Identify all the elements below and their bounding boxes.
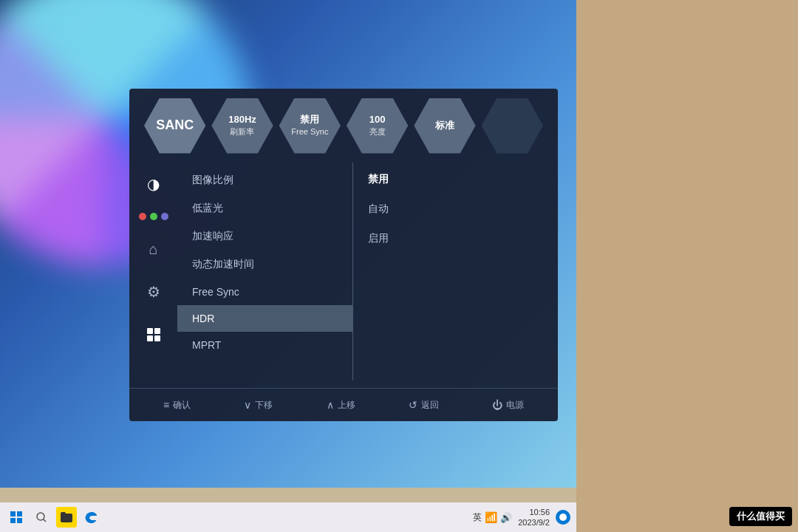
dot-blue xyxy=(161,213,168,220)
sidebar-icon-brightness[interactable]: ◑ xyxy=(140,170,168,198)
sidebar-icon-home[interactable]: ⌂ xyxy=(140,235,168,263)
osd-main-content: ◑ ⌂ ⚙ 图像比例 低蓝光 加速响应 动态加速时间 xyxy=(129,155,558,388)
svg-rect-3 xyxy=(154,335,160,341)
hex-preset[interactable]: 标准 xyxy=(414,98,475,154)
osd-menu-container: SANC 180Hz 刷新率 禁用 Free Sync 100 亮度 标准 ◑ xyxy=(129,89,558,421)
hex-refresh[interactable]: 180Hz 刷新率 xyxy=(211,98,273,154)
btn-down[interactable]: ∨ 下移 xyxy=(244,399,273,412)
hex-freesync-sub: Free Sync xyxy=(291,126,328,137)
sidebar-icon-settings[interactable]: ⚙ xyxy=(140,278,168,306)
svg-rect-0 xyxy=(147,328,153,334)
osd-options-panel: 禁用 自动 启用 xyxy=(353,163,558,381)
down-label: 下移 xyxy=(255,399,273,412)
hex-brand-label: SANC xyxy=(156,117,194,134)
wall-background xyxy=(576,0,798,532)
hex-freesync-label: 禁用 xyxy=(300,114,319,126)
hex-freesync[interactable]: 禁用 Free Sync xyxy=(279,98,341,154)
option-auto[interactable]: 自动 xyxy=(368,200,543,219)
svg-point-10 xyxy=(559,514,567,521)
taskbar-system-tray: 英 📶 🔊 10:56 2023/9/2 xyxy=(473,507,570,528)
taskbar-edge[interactable] xyxy=(81,507,102,528)
volume-icon: 🔊 xyxy=(500,512,512,523)
sys-tray-icons: 英 📶 🔊 xyxy=(473,511,512,524)
watermark-text: 什么值得买 xyxy=(737,511,785,522)
menu-item-aspect[interactable]: 图像比例 xyxy=(177,166,352,194)
search-icon xyxy=(35,511,47,523)
system-clock[interactable]: 10:56 2023/9/2 xyxy=(518,507,550,528)
btn-confirm[interactable]: ≡ 确认 xyxy=(163,399,191,412)
hex-more[interactable] xyxy=(482,98,543,154)
svg-rect-1 xyxy=(154,328,160,334)
folder-icon xyxy=(61,512,72,522)
btn-power[interactable]: ⏻ 电源 xyxy=(492,399,524,412)
start-button[interactable] xyxy=(6,507,27,528)
up-icon: ∧ xyxy=(327,399,334,411)
extra-icon-svg xyxy=(146,327,162,343)
back-label: 返回 xyxy=(421,399,439,412)
menu-item-bluelight[interactable]: 低蓝光 xyxy=(177,194,352,222)
osd-menu-list: 图像比例 低蓝光 加速响应 动态加速时间 Free Sync HDR MPRT xyxy=(177,163,353,381)
dot-green xyxy=(150,213,157,220)
confirm-icon: ≡ xyxy=(163,399,169,411)
taskbar-search[interactable] xyxy=(31,507,52,528)
hex-brand[interactable]: SANC xyxy=(144,98,205,154)
svg-line-9 xyxy=(44,519,47,522)
watermark: 什么值得买 xyxy=(729,507,792,526)
windows-logo xyxy=(10,511,22,523)
menu-item-overdrive[interactable]: 加速响应 xyxy=(177,222,352,250)
notification-button[interactable] xyxy=(556,510,570,525)
up-label: 上移 xyxy=(338,399,355,412)
hex-refresh-label: 180Hz xyxy=(228,114,256,126)
option-enabled[interactable]: 启用 xyxy=(368,229,543,248)
btn-up[interactable]: ∧ 上移 xyxy=(327,399,355,412)
hex-navigation: SANC 180Hz 刷新率 禁用 Free Sync 100 亮度 标准 xyxy=(129,89,558,155)
taskbar-file-explorer[interactable] xyxy=(56,507,77,528)
svg-rect-6 xyxy=(10,518,16,523)
wifi-icon: 📶 xyxy=(485,511,497,523)
hex-brightness[interactable]: 100 亮度 xyxy=(347,98,408,154)
language-indicator[interactable]: 英 xyxy=(473,511,482,524)
dot-red xyxy=(139,213,146,220)
menu-item-mprt[interactable]: MPRT xyxy=(177,332,352,358)
taskbar: 英 📶 🔊 10:56 2023/9/2 xyxy=(0,502,576,532)
taskbar-app-icons xyxy=(6,507,102,528)
confirm-label: 确认 xyxy=(173,399,191,412)
down-icon: ∨ xyxy=(244,399,251,411)
option-disabled[interactable]: 禁用 xyxy=(368,170,543,189)
menu-item-overdrive-time[interactable]: 动态加速时间 xyxy=(177,250,352,279)
osd-sidebar: ◑ ⌂ ⚙ xyxy=(129,163,177,381)
back-icon: ↺ xyxy=(409,399,417,411)
power-icon: ⏻ xyxy=(492,399,502,411)
hex-brightness-label: 100 xyxy=(369,114,386,126)
btn-back[interactable]: ↺ 返回 xyxy=(409,399,439,412)
clock-date: 2023/9/2 xyxy=(518,517,550,528)
svg-rect-2 xyxy=(147,335,153,341)
hex-brightness-sub: 亮度 xyxy=(369,126,386,137)
edge-icon xyxy=(85,511,98,524)
sidebar-icon-extra[interactable] xyxy=(140,321,168,349)
menu-item-hdr[interactable]: HDR xyxy=(177,305,352,332)
hex-preset-label: 标准 xyxy=(435,120,454,132)
menu-item-freesync[interactable]: Free Sync xyxy=(177,279,352,305)
svg-rect-7 xyxy=(17,518,22,523)
sidebar-dots xyxy=(139,213,168,220)
svg-rect-4 xyxy=(10,511,16,516)
power-label: 电源 xyxy=(506,399,524,412)
svg-rect-5 xyxy=(17,511,22,516)
clock-time: 10:56 xyxy=(518,507,550,517)
osd-bottom-controls: ≡ 确认 ∨ 下移 ∧ 上移 ↺ 返回 ⏻ 电源 xyxy=(129,388,558,421)
hex-refresh-sub: 刷新率 xyxy=(230,126,254,137)
notification-icon xyxy=(559,513,567,522)
